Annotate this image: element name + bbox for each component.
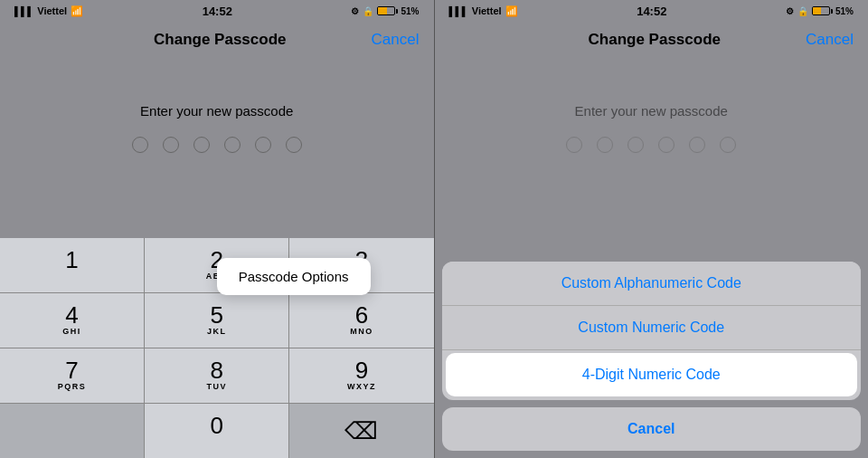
options-cancel-button[interactable]: Cancel [442, 407, 862, 451]
passcode-options-container: Custom Alphanumeric Code Custom Numeric … [435, 262, 869, 458]
left-nav-title: Change Passcode [69, 31, 372, 49]
right-battery: 51% [812, 6, 854, 16]
dot-3 [193, 137, 210, 153]
right-dot-5 [689, 137, 705, 153]
options-divider-2 [442, 349, 862, 350]
left-passcode-dots [132, 137, 302, 153]
right-wifi: 📶 [505, 5, 518, 17]
left-phone-panel: ▌▌▌ Viettel 📶 14:52 ⚙ 🔒 51% Change Passc… [0, 0, 434, 458]
key-6[interactable]: 6 MNO [289, 293, 433, 348]
left-battery-pct: 51% [401, 6, 419, 16]
right-dot-1 [566, 137, 582, 153]
left-status-left: ▌▌▌ Viettel 📶 [14, 5, 83, 17]
right-nav-bar: Change Passcode Cancel [435, 22, 869, 58]
key-5[interactable]: 5 JKL [145, 293, 288, 348]
key-4[interactable]: 4 GHI [0, 293, 144, 348]
right-carrier: Viettel [472, 5, 502, 16]
left-passcode-prompt: Enter your new passcode [140, 103, 293, 119]
dot-4 [224, 137, 241, 153]
right-passcode-area: Enter your new passcode [435, 58, 869, 153]
left-carrier: Viettel [37, 5, 67, 16]
options-menu: Custom Alphanumeric Code Custom Numeric … [442, 262, 862, 400]
right-passcode-dots [566, 137, 736, 153]
key-0[interactable]: 0 [145, 404, 288, 458]
left-signal: ▌▌▌ [14, 6, 33, 16]
key-8[interactable]: 8 TUV [145, 348, 288, 403]
left-cancel-button[interactable]: Cancel [372, 31, 420, 49]
dot-2 [163, 137, 179, 153]
right-phone-panel: ▌▌▌ Viettel 📶 14:52 ⚙ 🔒 51% Change Passc… [435, 0, 869, 458]
left-battery: 51% [377, 6, 419, 16]
right-dot-4 [658, 137, 675, 153]
right-battery-pct: 51% [835, 6, 854, 16]
left-status-right: ⚙ 🔒 51% [351, 6, 419, 16]
right-status-bar: ▌▌▌ Viettel 📶 14:52 ⚙ 🔒 51% [435, 0, 869, 22]
right-status-right: ⚙ 🔒 51% [786, 6, 854, 16]
option-custom-numeric[interactable]: Custom Numeric Code [442, 306, 862, 349]
dot-6 [286, 137, 302, 153]
dot-1 [132, 137, 148, 153]
passcode-options-button[interactable]: Passcode Options [217, 258, 371, 295]
right-lock-icon: 🔒 [797, 6, 808, 16]
key-1[interactable]: 1 [0, 238, 144, 292]
key-7[interactable]: 7 PQRS [0, 348, 144, 403]
left-status-bar: ▌▌▌ Viettel 📶 14:52 ⚙ 🔒 51% [0, 0, 434, 22]
right-dot-2 [597, 137, 613, 153]
right-dot-6 [720, 137, 736, 153]
left-nav-bar: Change Passcode Cancel [0, 22, 434, 58]
right-settings-icon: ⚙ [786, 6, 794, 16]
left-wifi: 📶 [71, 5, 83, 17]
left-settings-icon: ⚙ [351, 6, 359, 16]
option-4digit-numeric[interactable]: 4-Digit Numeric Code [446, 353, 858, 396]
option-custom-alphanumeric[interactable]: Custom Alphanumeric Code [442, 262, 862, 305]
right-signal: ▌▌▌ [449, 6, 468, 16]
key-9[interactable]: 9 WXYZ [289, 348, 433, 403]
right-passcode-prompt: Enter your new passcode [575, 103, 728, 119]
right-time: 14:52 [637, 5, 666, 18]
left-lock-icon: 🔒 [363, 6, 373, 16]
key-empty [0, 404, 144, 458]
left-time: 14:52 [203, 5, 232, 18]
left-passcode-area: Enter your new passcode [0, 58, 434, 153]
right-status-left: ▌▌▌ Viettel 📶 [449, 5, 518, 17]
key-delete[interactable]: ⌫ [289, 404, 433, 458]
right-nav-title: Change Passcode [504, 31, 807, 49]
right-cancel-nav-button[interactable]: Cancel [806, 31, 854, 49]
right-dot-3 [627, 137, 644, 153]
dot-5 [255, 137, 271, 153]
